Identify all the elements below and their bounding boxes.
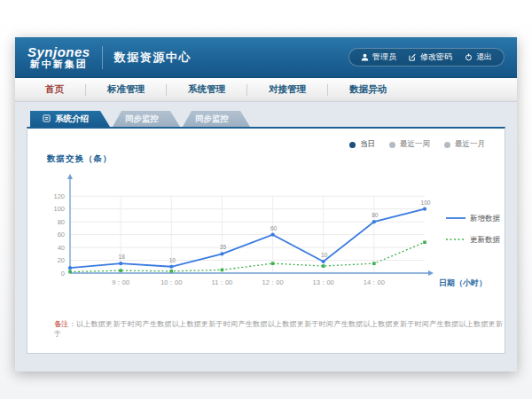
footnote-text: ：以上数据更新于时间产生数据以上数据更新于时间产生数据以上数据更新于时间产生数据… [54, 320, 503, 338]
app-header: Synjones 新中新集团 数据资源中心 管理员 修改密码 [15, 37, 517, 78]
nav-item-4[interactable]: 对接管理 [247, 83, 327, 96]
svg-text:60: 60 [58, 231, 65, 239]
page-title: 数据资源中心 [114, 50, 192, 66]
svg-text:10: 10 [321, 252, 328, 258]
tab-1[interactable]: 系统介绍 [30, 111, 110, 127]
user-icon [361, 53, 369, 61]
tab-label: 同步监控 [195, 113, 229, 125]
svg-text:100: 100 [421, 200, 431, 206]
power-icon [465, 53, 473, 61]
footnote: 备注：以上数据更新于时间产生数据以上数据更新于时间产生数据以上数据更新于时间产生… [54, 319, 505, 339]
svg-text:35: 35 [220, 244, 227, 250]
user-toolbar: 管理员 修改密码 退出 [348, 48, 505, 66]
nav-item-1[interactable]: 首页 [24, 83, 85, 96]
svg-text:80: 80 [372, 212, 379, 218]
tab-2[interactable]: 同步监控 [113, 111, 180, 127]
radio-dot-icon [389, 142, 395, 148]
footnote-prefix: 备注 [54, 320, 69, 328]
tab-3[interactable]: 同步监控 [183, 111, 250, 127]
nav-item-2[interactable]: 标准管理 [86, 83, 166, 96]
svg-text:10：00: 10：00 [160, 278, 182, 286]
time-range-filters: 当日最近一周最近一月 [27, 129, 505, 150]
logout-label: 退出 [476, 51, 492, 63]
svg-text:120: 120 [53, 192, 65, 200]
radio-dot-icon [444, 142, 450, 148]
browser-page: Synjones 新中新集团 数据资源中心 管理员 修改密码 [15, 37, 517, 372]
radio-最近一周[interactable]: 最近一周 [389, 139, 430, 150]
tab-label: 同步监控 [125, 113, 159, 125]
svg-text:13：00: 13：00 [313, 278, 334, 286]
change-password-button[interactable]: 修改密码 [409, 51, 452, 63]
svg-text:80: 80 [58, 218, 65, 226]
nav-item-3[interactable]: 系统管理 [167, 83, 246, 96]
content-area: 系统介绍同步监控同步监控 当日最近一周最近一月 数据交换（条） 02040608… [15, 102, 517, 372]
svg-text:更新数据: 更新数据 [470, 235, 501, 244]
svg-text:20: 20 [58, 256, 65, 264]
change-password-label: 修改密码 [420, 51, 452, 63]
svg-text:40: 40 [58, 244, 65, 252]
svg-text:10: 10 [169, 257, 176, 263]
svg-text:14：00: 14：00 [364, 278, 385, 286]
system-intro-panel: 当日最近一周最近一月 数据交换（条） 0204060801001209：0010… [27, 127, 505, 354]
radio-dot-icon [349, 142, 356, 148]
chart-y-axis-title: 数据交换（条） [47, 153, 505, 165]
radio-label: 最近一周 [400, 139, 430, 150]
svg-text:9：00: 9：00 [112, 278, 129, 286]
radio-label: 最近一月 [455, 139, 485, 150]
current-user[interactable]: 管理员 [361, 51, 396, 63]
svg-text:11：00: 11：00 [212, 278, 233, 286]
line-chart: 0204060801001209：0010：0011：0012：0013：001… [36, 167, 499, 314]
tab-strip: 系统介绍同步监控同步监控 [30, 111, 505, 127]
form-icon [43, 114, 51, 124]
user-name-label: 管理员 [372, 51, 396, 63]
svg-text:0: 0 [61, 270, 65, 278]
svg-text:100: 100 [53, 205, 65, 213]
svg-text:60: 60 [270, 225, 278, 231]
svg-text:新增数据: 新增数据 [470, 214, 501, 223]
radio-最近一月[interactable]: 最近一月 [444, 139, 485, 150]
logout-button[interactable]: 退出 [465, 51, 492, 63]
main-nav: 首页标准管理系统管理对接管理数据异动 [15, 78, 517, 102]
logo-subtitle: 新中新集团 [30, 59, 88, 70]
company-logo: Synjones 新中新集团 [27, 45, 90, 69]
svg-text:日期（小时）: 日期（小时） [439, 278, 487, 287]
svg-text:12：00: 12：00 [262, 278, 283, 286]
tab-label: 系统介绍 [55, 113, 89, 125]
svg-text:18: 18 [119, 254, 126, 260]
nav-item-5[interactable]: 数据异动 [328, 83, 408, 96]
radio-label: 当日 [360, 139, 375, 150]
radio-当日[interactable]: 当日 [349, 139, 375, 150]
logo-name: Synjones [27, 45, 90, 59]
header-divider [102, 46, 103, 69]
edit-icon [409, 53, 417, 61]
